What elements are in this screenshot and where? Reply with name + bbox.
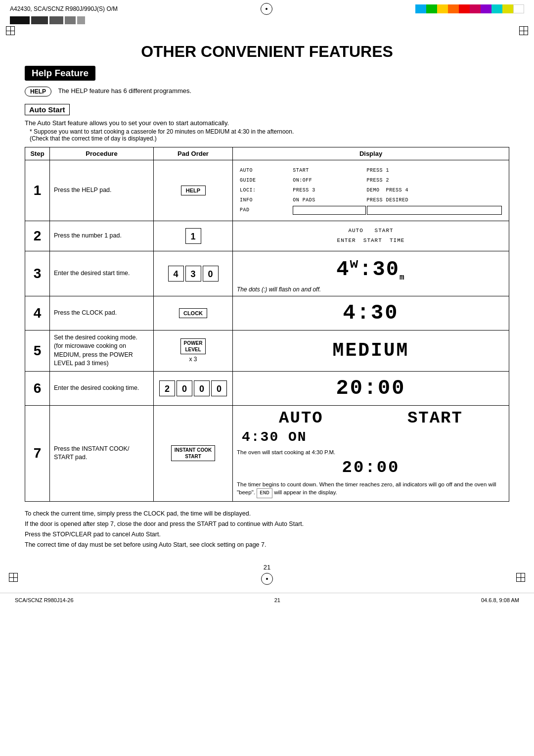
color-bar-orange [448,4,459,13]
lcd-step6: 20:00 [237,375,505,402]
step-number-3: 3 [25,251,50,296]
proc-4: Press the CLOCK pad. [50,296,154,330]
display-5: MEDIUM [233,330,509,371]
color-bar-yellow [437,4,448,13]
bottom-reg [0,571,534,588]
pad-label-power: POWERLEVEL [180,338,206,354]
table-row: 3 Enter the desired start time. 4 3 0 [25,251,509,296]
lcd-auto: AUTO [279,409,323,427]
reg-mark-bottom-left [9,573,18,582]
pad-6: 2 0 0 0 [154,371,233,405]
display-3: 4w:30m The dots (:) will flash on and of… [233,251,509,296]
pad-label-help: HELP [181,186,206,195]
pad-4: CLOCK [154,296,233,330]
pad-group-6: 2 0 0 0 [158,380,228,396]
pad-num-0b: 0 [194,380,210,396]
help-feature-row: HELP The HELP feature has 6 different pr… [25,87,509,96]
lcd-auto-start-row: AUTO START [237,409,505,427]
pad-num-2: 2 [159,380,175,396]
footnote-3: Press the STOP/CLEAR pad to cancel Auto … [25,529,509,540]
footer-center: 21 [274,597,280,603]
lcd-big-6: 20:00 [239,377,503,400]
lcd-step7: AUTO START 4:30 ON The oven will start c… [237,409,505,498]
lcd-big-3: 4w:30m [239,256,503,282]
proc-7: Press the INSTANT COOK/START pad. [50,405,154,501]
color-bar-green [426,4,437,13]
header-display: Display [233,147,509,160]
step-number-1: 1 [25,160,50,221]
header-pad-order: Pad Order [154,147,233,160]
lcd-step4: 4:30 [237,299,505,327]
color-bar-red [459,4,470,13]
display-4: 4:30 [233,296,509,330]
help-feature-section: Help Feature HELP The HELP feature has 6… [25,66,509,96]
pad-1: HELP [154,160,233,221]
lcd-step3: 4w:30m [237,254,505,284]
table-row: 4 Press the CLOCK pad. CLOCK 4:30 [25,296,509,330]
footnotes: To check the current time, simply press … [25,509,509,551]
page-number: 21 [0,564,534,571]
color-bar-magenta [470,4,481,13]
pad-label-clock: CLOCK [179,308,207,318]
display-note-7b: The timer begins to count down. When the… [237,480,505,498]
black-bars-row [10,16,85,24]
auto-start-heading: Auto Start [25,104,70,115]
display-6: 20:00 [233,371,509,405]
proc-5: Set the desired cooking mode.(for microw… [50,330,154,371]
step-number-7: 7 [25,405,50,501]
model-number: A42430, SCA/SCNZ R980J/990J(S) O/M [10,5,118,12]
black-bar-5 [77,16,85,24]
pad-number-1: 1 [185,228,201,244]
proc-1: Press the HELP pad. [50,160,154,221]
table-row: 1 Press the HELP pad. HELP AUTOSTARTPRES… [25,160,509,221]
x3-label: x 3 [158,356,228,363]
table-row: 5 Set the desired cooking mode.(for micr… [25,330,509,371]
lcd-step2: AUTO START ENTER START TIME [237,224,505,248]
header-step: Step [25,147,50,160]
pad-3: 4 3 0 [154,251,233,296]
page-title: OTHER CONVENIENT FEATURES [25,43,509,61]
step-number-5: 5 [25,330,50,371]
main-content: OTHER CONVENIENT FEATURES Help Feature H… [0,35,534,561]
auto-start-note2: (Check that the correct time of day is d… [30,135,509,142]
pad-num-3: 3 [185,266,201,282]
registration-target-top [261,3,272,15]
header-procedure: Procedure [50,147,154,160]
footnote-1: To check the current time, simply press … [25,509,509,519]
proc-3: Enter the desired start time. [50,251,154,296]
table-row: 6 Enter the desired cooking time. 2 0 0 … [25,371,509,405]
reg-mark-bottom-right [516,573,525,582]
lcd-step1: AUTOSTARTPRESS 1 GUIDEON:OFFPRESS 2 LOCI… [237,163,505,218]
lcd-timer: 20:00 [237,458,505,477]
black-bar-1 [10,16,30,24]
pad-num-4: 4 [168,266,184,282]
help-description: The HELP feature has 6 different program… [58,87,191,94]
reg-mark-top-right [519,26,528,35]
color-bars-top [415,4,524,13]
steps-table: Step Procedure Pad Order Display 1 Press… [25,147,509,502]
footer-right: 04.6.8, 9:08 AM [481,597,519,603]
black-bar-4 [65,16,76,24]
footnote-2: If the door is opened after step 7, clos… [25,519,509,529]
color-bar-lime [502,4,513,13]
black-bar-2 [31,16,48,24]
lcd-time-on: 4:30 ON [237,429,505,445]
color-bar-white [513,4,524,13]
lcd-start-word: START [407,409,463,427]
proc-6: Enter the desired cooking time. [50,371,154,405]
table-row: 7 Press the INSTANT COOK/START pad. INST… [25,405,509,501]
lcd-big-5: MEDIUM [239,340,503,361]
page-footer: SCA/SCNZ R980J14-26 21 04.6.8, 9:08 AM [0,593,534,607]
color-bar-cyan [415,4,426,13]
auto-start-desc: The Auto Start feature allows you to set… [25,119,509,127]
color-bar-teal [491,4,502,13]
pad-5: POWERLEVEL x 3 [154,330,233,371]
pad-2: 1 [154,221,233,251]
help-feature-heading: Help Feature [25,66,95,81]
display-2: AUTO START ENTER START TIME [233,221,509,251]
pad-label-instant-cook: INSTANT COOKSTART [171,445,215,461]
registration-target-bottom [261,573,273,585]
dot-note-3: The dots (:) will flash on and off. [237,286,505,293]
display-note-7a: The oven will start cooking at 4:30 P.M. [237,448,505,456]
color-bar-purple [481,4,491,13]
